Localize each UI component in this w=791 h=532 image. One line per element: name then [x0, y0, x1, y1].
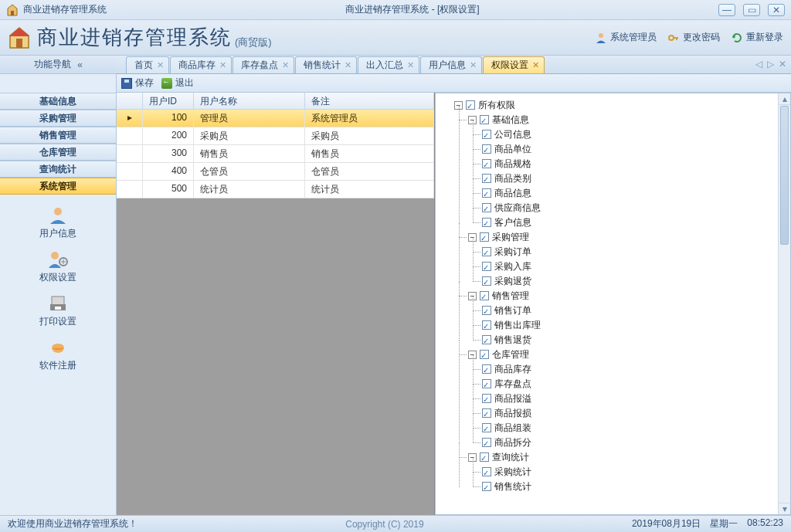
- tree-leaf[interactable]: 销售订单: [482, 303, 787, 318]
- tree-checkbox[interactable]: [482, 247, 491, 256]
- tab-权限设置[interactable]: 权限设置✕: [483, 56, 545, 73]
- scroll-up-icon[interactable]: ▴: [779, 93, 790, 105]
- tab-close-icon[interactable]: ✕: [470, 60, 477, 70]
- maximize-button[interactable]: ▭: [743, 4, 760, 16]
- tree-leaf[interactable]: 销售退货: [482, 333, 787, 347]
- tree-leaf[interactable]: 商品报损: [482, 406, 787, 421]
- tab-close-icon[interactable]: ✕: [532, 60, 539, 70]
- tree-checkbox[interactable]: [482, 379, 491, 388]
- tree-checkbox[interactable]: [482, 130, 491, 139]
- tree-node[interactable]: −采购管理采购订单采购入库采购退货: [468, 230, 787, 289]
- tree-leaf[interactable]: 客户信息: [482, 215, 787, 230]
- tree-node[interactable]: −仓库管理商品库存库存盘点商品报溢商品报损商品组装商品拆分: [468, 347, 787, 450]
- relogin-link[interactable]: 重新登录: [731, 31, 783, 44]
- sidebar-group-仓库管理[interactable]: 仓库管理: [0, 144, 116, 161]
- tab-商品库存[interactable]: 商品库存✕: [170, 56, 232, 73]
- tree-leaf[interactable]: 公司信息: [482, 127, 787, 142]
- sidebar-group-查询统计[interactable]: 查询统计: [0, 161, 116, 178]
- tree-leaf[interactable]: 商品组装: [482, 421, 787, 435]
- sidebar-group-基础信息[interactable]: 基础信息: [0, 93, 116, 110]
- sidebar-group-系统管理[interactable]: 系统管理: [0, 178, 116, 195]
- sidebar-item-用户信息[interactable]: 用户信息: [39, 201, 76, 243]
- save-button[interactable]: 保存: [121, 76, 154, 90]
- tree-checkbox[interactable]: [482, 320, 491, 330]
- tree-leaf[interactable]: 商品拆分: [482, 435, 787, 450]
- tree-checkbox[interactable]: [466, 100, 475, 110]
- tree-leaf[interactable]: 采购订单: [482, 245, 787, 259]
- col-user-name[interactable]: 用户名称: [194, 93, 305, 109]
- tree-checkbox[interactable]: [480, 291, 489, 300]
- tree-checkbox[interactable]: [480, 232, 489, 242]
- tree-leaf[interactable]: 采购入库: [482, 259, 787, 274]
- tree-checkbox[interactable]: [480, 115, 489, 124]
- table-row[interactable]: 300销售员销售员: [117, 145, 434, 163]
- sidebar-group-采购管理[interactable]: 采购管理: [0, 110, 116, 127]
- tree-leaf[interactable]: 采购退货: [482, 274, 787, 289]
- tab-用户信息[interactable]: 用户信息✕: [420, 56, 482, 73]
- tab-next-icon[interactable]: ▷: [767, 59, 774, 69]
- table-row[interactable]: 400仓管员仓管员: [117, 163, 434, 181]
- table-row[interactable]: 500统计员统计员: [117, 181, 434, 198]
- tab-controls[interactable]: ◁▷✕: [755, 59, 786, 69]
- col-user-remark[interactable]: 备注: [305, 93, 434, 109]
- tree-leaf[interactable]: 商品类别: [482, 171, 787, 186]
- tab-close-icon[interactable]: ✕: [219, 60, 226, 70]
- tab-首页[interactable]: 首页✕: [126, 56, 169, 73]
- tree-leaf[interactable]: 库存盘点: [482, 377, 787, 391]
- tree-checkbox[interactable]: [482, 174, 491, 183]
- tree-checkbox[interactable]: [482, 218, 491, 227]
- tree-checkbox[interactable]: [482, 144, 491, 154]
- tree-checkbox[interactable]: [482, 364, 491, 374]
- tree-checkbox[interactable]: [480, 350, 489, 359]
- tree-scrollbar[interactable]: ▴▾: [778, 93, 790, 514]
- tree-checkbox[interactable]: [482, 335, 491, 344]
- tab-close-icon[interactable]: ✕: [345, 60, 351, 70]
- tab-出入汇总[interactable]: 出入汇总✕: [358, 56, 419, 73]
- tree-leaf[interactable]: 商品单位: [482, 142, 787, 157]
- permissions-tree[interactable]: −所有权限−基础信息公司信息商品单位商品规格商品类别商品信息供应商信息客户信息−…: [436, 93, 790, 499]
- tree-leaf[interactable]: 商品信息: [482, 186, 787, 201]
- tree-node[interactable]: −销售管理销售订单销售出库理销售退货: [468, 289, 787, 347]
- scroll-thumb[interactable]: [780, 106, 789, 245]
- tree-checkbox[interactable]: [480, 452, 489, 462]
- users-grid[interactable]: 用户ID 用户名称 备注 ▸100管理员系统管理员200采购员采购员300销售员…: [117, 93, 434, 198]
- tab-prev-icon[interactable]: ◁: [755, 59, 762, 69]
- sidebar-item-权限设置[interactable]: 权限设置: [39, 245, 76, 287]
- tree-checkbox[interactable]: [482, 482, 491, 491]
- tab-close-icon[interactable]: ✕: [157, 60, 164, 70]
- exit-button[interactable]: 退出: [161, 76, 194, 90]
- tree-checkbox[interactable]: [482, 188, 491, 198]
- tree-leaf[interactable]: 商品库存: [482, 362, 787, 377]
- table-row[interactable]: ▸100管理员系统管理员: [117, 110, 434, 127]
- sidebar-group-销售管理[interactable]: 销售管理: [0, 127, 116, 144]
- tab-close-icon[interactable]: ✕: [779, 59, 786, 69]
- table-row[interactable]: 200采购员采购员: [117, 127, 434, 145]
- tab-close-icon[interactable]: ✕: [407, 60, 414, 70]
- col-user-id[interactable]: 用户ID: [143, 93, 194, 109]
- tree-checkbox[interactable]: [482, 408, 491, 418]
- sidebar-item-软件注册[interactable]: 软件注册: [39, 333, 76, 375]
- tree-leaf[interactable]: 商品规格: [482, 157, 787, 171]
- tree-checkbox[interactable]: [482, 423, 491, 432]
- tree-checkbox[interactable]: [482, 262, 491, 271]
- tree-leaf[interactable]: 采购统计: [482, 465, 787, 479]
- tab-close-icon[interactable]: ✕: [282, 60, 289, 70]
- tab-库存盘点[interactable]: 库存盘点✕: [233, 56, 294, 73]
- tree-checkbox[interactable]: [482, 394, 491, 403]
- sidebar-item-打印设置[interactable]: 打印设置: [39, 289, 76, 331]
- tree-checkbox[interactable]: [482, 276, 491, 286]
- tree-checkbox[interactable]: [482, 467, 491, 476]
- admin-link[interactable]: 系统管理员: [595, 31, 657, 44]
- tree-node[interactable]: −查询统计采购统计销售统计: [468, 450, 787, 494]
- tab-销售统计[interactable]: 销售统计✕: [295, 56, 357, 73]
- tree-leaf[interactable]: 商品报溢: [482, 391, 787, 406]
- tree-leaf[interactable]: 销售出库理: [482, 318, 787, 333]
- minimize-button[interactable]: —: [718, 4, 735, 16]
- tree-checkbox[interactable]: [482, 203, 491, 212]
- scroll-down-icon[interactable]: ▾: [779, 503, 790, 514]
- change-password-link[interactable]: 更改密码: [667, 31, 720, 44]
- collapse-icon[interactable]: «: [77, 59, 83, 70]
- tree-leaf[interactable]: 供应商信息: [482, 201, 787, 215]
- tree-node[interactable]: −基础信息公司信息商品单位商品规格商品类别商品信息供应商信息客户信息: [468, 113, 787, 230]
- tree-checkbox[interactable]: [482, 306, 491, 315]
